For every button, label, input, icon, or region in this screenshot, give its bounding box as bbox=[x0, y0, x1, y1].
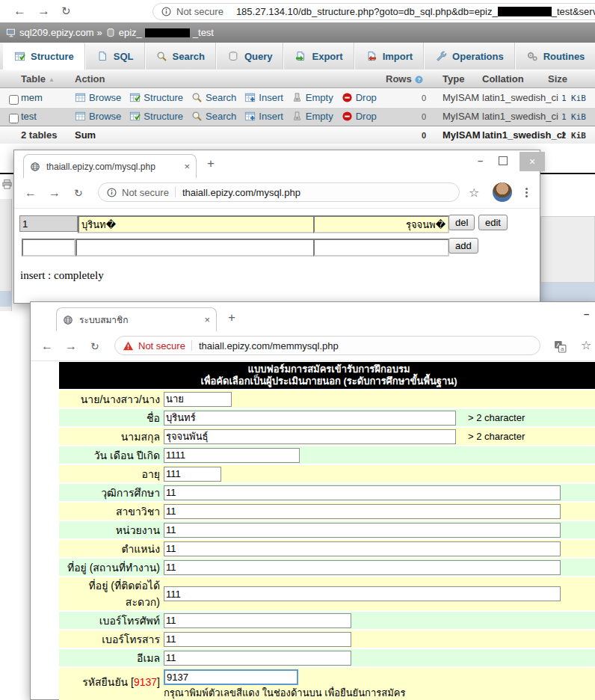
avatar[interactable] bbox=[493, 182, 512, 202]
help-icon[interactable]: ? bbox=[414, 75, 424, 85]
action-search[interactable]: Search bbox=[191, 111, 236, 122]
pma-tab-sql[interactable]: SQL bbox=[85, 43, 145, 70]
form-input[interactable] bbox=[164, 467, 221, 482]
table-name-link[interactable]: test bbox=[21, 111, 37, 122]
form-row: เบอร์โทรสาร bbox=[59, 630, 595, 648]
action-empty[interactable]: Empty bbox=[292, 92, 333, 103]
table-name-link[interactable]: mem bbox=[21, 92, 43, 103]
form-input[interactable] bbox=[164, 632, 351, 647]
form-input[interactable] bbox=[164, 613, 351, 628]
delete-button[interactable]: del bbox=[448, 215, 475, 230]
action-structure[interactable]: Structure bbox=[129, 111, 183, 122]
form-input[interactable] bbox=[164, 392, 232, 407]
column-header-collation[interactable]: Collation bbox=[482, 73, 524, 85]
row-count: 0 bbox=[374, 112, 426, 121]
form-input[interactable] bbox=[164, 523, 561, 538]
tab-label: Import bbox=[383, 51, 413, 62]
menu-dots-icon[interactable] bbox=[525, 186, 528, 199]
background-panel-left-strip bbox=[0, 291, 12, 307]
action-browse[interactable]: Browse bbox=[75, 92, 121, 103]
browser-tab[interactable]: ระบบสมาชิก × bbox=[56, 307, 217, 331]
row-checkbox[interactable] bbox=[9, 114, 19, 123]
pma-tab-import[interactable]: Import bbox=[354, 43, 424, 70]
column-header-table[interactable]: Table▲ bbox=[21, 73, 55, 85]
new-name-field[interactable] bbox=[75, 239, 315, 257]
breadcrumb-host[interactable]: sql209.epizy.com bbox=[19, 27, 93, 38]
back-icon[interactable]: ← bbox=[13, 0, 26, 22]
record-surname-field[interactable] bbox=[313, 215, 449, 233]
new-tab-button[interactable]: + bbox=[228, 310, 235, 325]
empty-icon bbox=[292, 92, 303, 103]
tab-close-icon[interactable]: × bbox=[184, 161, 190, 172]
action-insert[interactable]: Insert bbox=[244, 92, 283, 103]
form-field-label: นาย/นางสาว/นาง bbox=[59, 391, 164, 408]
table-row: testBrowseStructureSearchInsertEmptyDrop… bbox=[0, 107, 595, 126]
forward-icon[interactable]: → bbox=[37, 0, 50, 22]
new-tab-button[interactable]: + bbox=[207, 156, 215, 171]
address-bar[interactable]: Not secure thaiall.epizy.com/mysql.php bbox=[98, 182, 460, 202]
form-input[interactable] bbox=[164, 560, 561, 575]
row-checkbox[interactable] bbox=[9, 95, 19, 105]
action-search[interactable]: Search bbox=[191, 92, 236, 103]
browser-tab[interactable]: thaiall.epizy.com/mysql.php × bbox=[23, 154, 197, 178]
pma-tab-query[interactable]: Query bbox=[216, 43, 284, 70]
form-input[interactable] bbox=[164, 541, 561, 556]
minimize-button[interactable]: – bbox=[584, 308, 589, 319]
tab-close-icon[interactable]: × bbox=[204, 314, 210, 325]
forward-icon[interactable]: → bbox=[49, 178, 61, 208]
form-input[interactable] bbox=[164, 411, 456, 426]
record-id-field[interactable] bbox=[19, 215, 78, 232]
export-icon bbox=[295, 50, 306, 62]
action-drop[interactable]: Drop bbox=[342, 92, 377, 103]
form-input[interactable] bbox=[164, 586, 561, 601]
form-input[interactable] bbox=[164, 651, 351, 666]
action-drop[interactable]: Drop bbox=[342, 111, 377, 122]
forward-icon[interactable]: → bbox=[65, 332, 77, 360]
main-browser-toolbar: ← → ↻ Not secure 185.27.134.10/db_struct… bbox=[0, 0, 595, 22]
action-structure[interactable]: Structure bbox=[129, 92, 183, 103]
action-insert[interactable]: Insert bbox=[244, 111, 283, 122]
new-surname-field[interactable] bbox=[313, 239, 449, 257]
translate-icon[interactable]: Aa bbox=[554, 340, 567, 353]
confirm-code-value: 9137 bbox=[134, 676, 157, 688]
breadcrumb-db[interactable]: epiz__test bbox=[119, 27, 217, 38]
address-bar[interactable]: Not secure thaiall.epizy.com/memmysql.ph… bbox=[114, 336, 540, 355]
edit-button[interactable]: edit bbox=[478, 215, 508, 230]
action-empty[interactable]: Empty bbox=[292, 111, 333, 122]
maximize-button[interactable] bbox=[499, 156, 508, 165]
add-button[interactable]: add bbox=[448, 238, 478, 254]
reload-icon[interactable]: ↻ bbox=[74, 178, 83, 208]
form-input[interactable] bbox=[164, 429, 456, 444]
close-button[interactable]: × bbox=[520, 152, 545, 171]
form-field-label: ที่อยู่ (สถานที่ทำงาน) bbox=[59, 559, 164, 576]
pma-table-header: Table▲ Action Rows ? Type Collation Size bbox=[0, 70, 595, 88]
record-name-field[interactable] bbox=[78, 215, 315, 233]
form-input[interactable] bbox=[164, 485, 561, 500]
pma-tab-search[interactable]: Search bbox=[145, 43, 216, 70]
form-input[interactable] bbox=[164, 448, 300, 463]
column-header-type[interactable]: Type bbox=[443, 73, 464, 85]
new-id-field[interactable] bbox=[22, 239, 75, 257]
minimize-button[interactable]: – bbox=[478, 155, 483, 166]
back-icon[interactable]: ← bbox=[41, 332, 53, 360]
bookmark-star-icon[interactable]: ☆ bbox=[581, 338, 591, 352]
reload-icon[interactable]: ↻ bbox=[61, 0, 71, 22]
form-field-label: หน่วยงาน bbox=[59, 522, 164, 538]
sum-tables-count: 2 tables bbox=[21, 129, 57, 141]
action-browse[interactable]: Browse bbox=[75, 111, 121, 122]
drop-icon bbox=[342, 92, 353, 103]
back-icon[interactable]: ← bbox=[25, 178, 37, 208]
column-header-size[interactable]: Size bbox=[548, 73, 567, 85]
pma-tab-routines[interactable]: Routines bbox=[515, 43, 595, 70]
form-row: ที่อยู่ (สถานที่ทำงาน) bbox=[59, 559, 595, 576]
form-input[interactable] bbox=[164, 504, 561, 519]
confirm-code-input[interactable] bbox=[164, 669, 298, 685]
bookmark-star-icon[interactable]: ☆ bbox=[469, 185, 479, 200]
pma-tab-operations[interactable]: Operations bbox=[424, 43, 515, 70]
reload-icon[interactable]: ↻ bbox=[90, 332, 99, 360]
pma-tab-structure[interactable]: Structure bbox=[3, 43, 85, 70]
tab-label: Structure bbox=[31, 51, 74, 62]
main-address-bar[interactable]: Not secure 185.27.134.10/db_structure.ph… bbox=[152, 3, 595, 20]
pma-tab-export[interactable]: Export bbox=[283, 43, 354, 70]
window2-navbar: ← → ↻ Not secure thaiall.epizy.com/memmy… bbox=[31, 332, 595, 361]
